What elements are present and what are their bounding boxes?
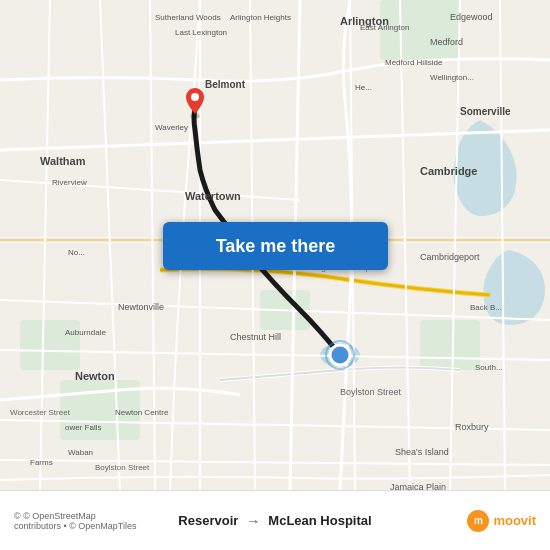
route-arrow-icon: → [246,513,260,529]
svg-text:Back B...: Back B... [470,303,502,312]
origin-marker [330,345,350,365]
svg-text:Jamaica Plain: Jamaica Plain [390,482,446,490]
route-from-label: Reservoir [178,513,238,528]
moovit-logo: m moovit [406,510,537,532]
svg-text:Newtonville: Newtonville [118,302,164,312]
svg-text:Farms: Farms [30,458,53,467]
svg-text:Last Lexington: Last Lexington [175,28,227,37]
svg-text:South...: South... [475,363,503,372]
svg-text:Medford Hillside: Medford Hillside [385,58,443,67]
attribution: © © OpenStreetMap contributors • © OpenM… [14,511,145,531]
svg-point-63 [191,93,199,101]
moovit-text: moovit [493,513,536,528]
svg-text:Arlington Heights: Arlington Heights [230,13,291,22]
moovit-icon: m [467,510,489,532]
svg-text:Medford: Medford [430,37,463,47]
route-info: Reservoir → McLean Hospital [145,513,406,529]
svg-text:Boylston Street: Boylston Street [340,387,402,397]
map-container: Arlington Medford Edgewood Somerville Ca… [0,0,550,490]
route-to-label: McLean Hospital [268,513,371,528]
svg-text:Somerville: Somerville [460,106,511,117]
svg-text:Chestnut Hill: Chestnut Hill [230,332,281,342]
svg-text:East Arlington: East Arlington [360,23,409,32]
svg-text:Boylston Street: Boylston Street [95,463,150,472]
svg-text:Edgewood: Edgewood [450,12,493,22]
take-me-there-button[interactable]: Take me there [163,222,388,270]
moovit-icon-text: m [474,515,483,526]
svg-text:Waltham: Waltham [40,155,86,167]
svg-text:Worcester Street: Worcester Street [10,408,71,417]
svg-text:Sutherland Woods: Sutherland Woods [155,13,221,22]
svg-text:Belmont: Belmont [205,79,246,90]
svg-text:Auburndale: Auburndale [65,328,106,337]
svg-rect-6 [420,320,480,370]
svg-text:Shea's Island: Shea's Island [395,447,449,457]
bottom-bar: © © OpenStreetMap contributors • © OpenM… [0,490,550,550]
svg-text:Waverley: Waverley [155,123,188,132]
copyright-icon: © [14,511,21,521]
svg-text:Watertown: Watertown [185,190,241,202]
svg-text:No...: No... [68,248,85,257]
svg-text:Newton Centre: Newton Centre [115,408,169,417]
svg-text:Wellington...: Wellington... [430,73,474,82]
svg-text:ower Falls: ower Falls [65,423,101,432]
svg-text:Cambridge: Cambridge [420,165,477,177]
svg-text:Roxbury: Roxbury [455,422,489,432]
svg-text:He...: He... [355,83,372,92]
svg-text:Newton: Newton [75,370,115,382]
attribution-text: © OpenStreetMap contributors • © OpenMap… [14,511,137,531]
svg-text:Riverview: Riverview [52,178,87,187]
svg-text:Cambridgeport: Cambridgeport [420,252,480,262]
svg-text:Waban: Waban [68,448,93,457]
